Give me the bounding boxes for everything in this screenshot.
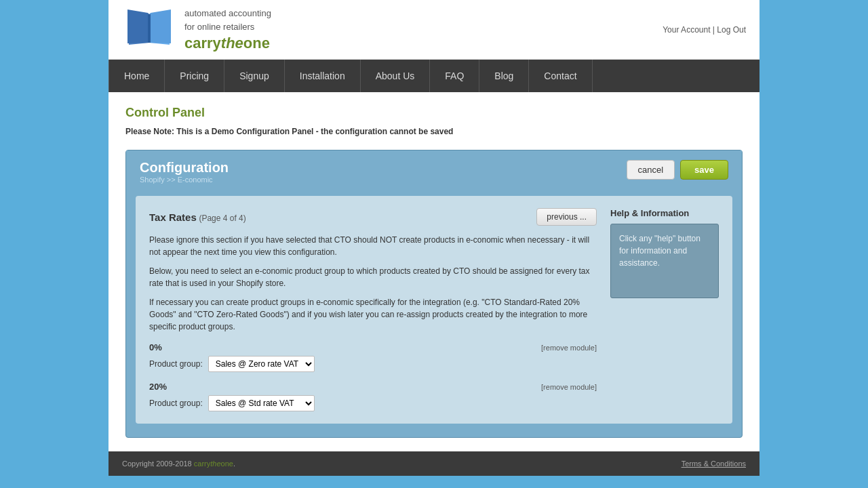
description-1: Please ignore this section if you have s… [149,234,597,258]
product-group-label-20: Product group: [149,399,203,408]
footer-copyright: Copyright 2009-2018 carrytheone. [122,460,235,468]
nav-pricing[interactable]: Pricing [165,60,224,92]
svg-rect-4 [148,14,151,43]
product-group-row-20: Product group: Sales @ Zero rate VAT Sal… [149,395,597,411]
description-2: Below, you need to select an e-conomic p… [149,265,597,289]
logo-brand: carrytheone [184,35,271,52]
logo-area: automated accounting for online retailer… [122,7,271,52]
nav-faq[interactable]: FAQ [430,60,479,92]
remove-module-link-20[interactable]: [remove module] [541,383,597,391]
section-page: (Page 4 of 4) [199,214,245,223]
section-header: Tax Rates (Page 4 of 4) previous ... [149,208,597,226]
config-title: Configuration [140,160,229,176]
nav-signup[interactable]: Signup [224,60,285,92]
logo-icon [122,7,176,52]
product-group-select-20[interactable]: Sales @ Zero rate VAT Sales @ Std rate V… [208,395,315,411]
description-3: If necessary you can create product grou… [149,296,597,333]
logo-tagline: automated accounting for online retailer… [184,7,271,33]
section-title-area: Tax Rates (Page 4 of 4) [149,211,246,223]
page-title: Control Panel [125,106,743,120]
configuration-panel: Configuration Shopify >> E-conomic cance… [125,150,743,438]
config-header: Configuration Shopify >> E-conomic cance… [126,150,742,188]
save-button[interactable]: save [680,160,728,180]
nav-installation[interactable]: Installation [285,60,361,92]
tax-rate-label-20: 20% [149,382,167,392]
tax-rate-header-0: 0% [remove module] [149,342,597,352]
header: automated accounting for online retailer… [108,0,760,60]
section-title: Tax Rates [149,211,197,223]
help-box: Click any "help" button for information … [610,224,719,298]
svg-marker-3 [149,9,171,43]
product-group-select-0[interactable]: Sales @ Zero rate VAT Sales @ Std rate V… [208,356,315,372]
logo-text-area: automated accounting for online retailer… [184,7,271,52]
tax-rate-row-20: 20% [remove module] Product group: Sales… [149,382,597,411]
nav-about-us[interactable]: About Us [361,60,431,92]
logout-link[interactable]: Log Out [717,25,746,35]
previous-button[interactable]: previous ... [536,208,597,226]
separator: | [713,25,715,35]
demo-notice: Please Note: This is a Demo Configuratio… [125,127,743,136]
help-title: Help & Information [610,208,719,218]
tax-rate-label-0: 0% [149,342,162,352]
remove-module-link-0[interactable]: [remove module] [541,344,597,352]
header-account: Your Account | Log Out [663,25,746,35]
config-inner: Tax Rates (Page 4 of 4) previous ... Ple… [136,196,732,424]
tax-rate-header-20: 20% [remove module] [149,382,597,392]
product-group-label-0: Product group: [149,359,203,369]
tax-rate-row-0: 0% [remove module] Product group: Sales … [149,342,597,372]
nav-home[interactable]: Home [108,60,165,92]
config-title-area: Configuration Shopify >> E-conomic [140,160,229,184]
nav-blog[interactable]: Blog [479,60,529,92]
help-sidebar: Help & Information Click any "help" butt… [610,208,719,411]
config-main: Tax Rates (Page 4 of 4) previous ... Ple… [149,208,597,411]
cancel-button[interactable]: cancel [627,160,675,180]
terms-conditions-link[interactable]: Terms & Conditions [682,460,746,468]
nav-bar: Home Pricing Signup Installation About U… [108,60,760,92]
footer: Copyright 2009-2018 carrytheone. Terms &… [108,451,760,476]
config-breadcrumb: Shopify >> E-conomic [140,176,229,184]
your-account-link[interactable]: Your Account [663,25,710,35]
nav-contact[interactable]: Contact [529,60,592,92]
config-buttons: cancel save [627,160,729,180]
svg-marker-2 [127,9,149,43]
content-area: Control Panel Please Note: This is a Dem… [108,92,760,451]
product-group-row-0: Product group: Sales @ Zero rate VAT Sal… [149,356,597,372]
